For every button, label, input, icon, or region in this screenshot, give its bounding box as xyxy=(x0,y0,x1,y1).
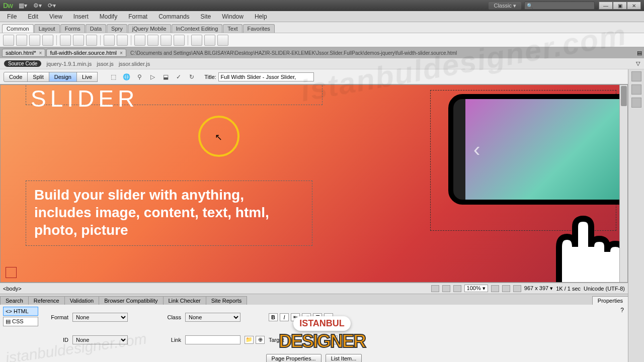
insert-icon[interactable] xyxy=(174,35,185,46)
menu-commands[interactable]: Commands xyxy=(153,12,194,21)
results-tab[interactable]: Browser Compatibility xyxy=(99,296,163,305)
play-icon[interactable]: ▷ xyxy=(147,72,158,82)
insert-tab[interactable]: InContext Editing xyxy=(172,24,223,33)
minimize-button[interactable]: — xyxy=(599,2,613,10)
source-code-button[interactable]: Source Code xyxy=(4,60,41,67)
menu-window[interactable]: Window xyxy=(217,12,249,21)
results-tab[interactable]: Validation xyxy=(64,296,100,305)
refresh-icon[interactable]: ↻ xyxy=(186,72,197,82)
class-select[interactable]: None xyxy=(185,313,240,322)
insert-icon[interactable] xyxy=(29,35,40,46)
close-icon[interactable]: × xyxy=(120,50,123,56)
insert-icon[interactable] xyxy=(104,35,115,46)
insert-icon[interactable] xyxy=(86,35,97,46)
panel-icon[interactable] xyxy=(631,71,641,81)
menu-format[interactable]: Format xyxy=(123,12,152,21)
insert-tab[interactable]: Spry xyxy=(107,24,127,33)
workspace-switcher[interactable]: Classic ▾ xyxy=(489,2,521,10)
vertical-scrollbar[interactable] xyxy=(619,85,627,282)
menu-view[interactable]: View xyxy=(44,12,67,21)
results-tab[interactable]: Link Checker xyxy=(163,296,206,305)
results-tab[interactable]: Search xyxy=(0,296,29,305)
menu-modify[interactable]: Modify xyxy=(95,12,122,21)
select-tool-icon[interactable] xyxy=(442,285,450,292)
globe-icon[interactable]: 🌐 xyxy=(121,72,132,82)
device-icon[interactable] xyxy=(491,285,499,292)
help-icon[interactable]: ? xyxy=(620,307,624,314)
menu-file[interactable]: File xyxy=(2,12,22,21)
split-view-button[interactable]: Split xyxy=(27,72,49,82)
target-select[interactable] xyxy=(287,335,338,344)
insert-icon[interactable] xyxy=(147,35,158,46)
link-folder-icon[interactable]: 📁 xyxy=(245,336,254,344)
point-to-file-icon[interactable]: ⊕ xyxy=(256,336,265,344)
document-tab[interactable]: sablon.html*× xyxy=(2,49,45,57)
menu-insert[interactable]: Insert xyxy=(68,12,94,21)
insert-icon[interactable] xyxy=(117,35,128,46)
css-mode-button[interactable]: ▤ CSS xyxy=(3,317,38,326)
document-tab[interactable]: full-width-slider.source.html× xyxy=(46,49,126,57)
insert-icon[interactable] xyxy=(3,35,14,46)
tag-selector[interactable]: <body> xyxy=(3,286,428,292)
design-view-button[interactable]: Design xyxy=(49,72,77,82)
format-select[interactable]: None xyxy=(72,313,128,322)
search-input[interactable] xyxy=(524,2,595,10)
related-file[interactable]: jssor.js xyxy=(97,61,114,67)
menu-help[interactable]: Help xyxy=(250,12,272,21)
visual-aids-icon[interactable]: ⬓ xyxy=(160,72,171,82)
insert-icon[interactable] xyxy=(134,35,145,46)
live-view-button[interactable]: Live xyxy=(76,72,98,82)
menu-edit[interactable]: Edit xyxy=(23,12,43,21)
insert-tab[interactable]: Layout xyxy=(34,24,60,33)
hand-tool-icon[interactable] xyxy=(431,285,439,292)
check-icon[interactable]: ✓ xyxy=(173,72,184,82)
filter-icon[interactable]: ▽ xyxy=(636,60,640,67)
inspect-icon[interactable]: ⚲ xyxy=(134,72,145,82)
insert-tab[interactable]: Favorites xyxy=(243,24,275,33)
title-input[interactable] xyxy=(218,72,314,81)
insert-icon[interactable] xyxy=(160,35,172,46)
related-file[interactable]: jssor.slider.js xyxy=(119,61,150,67)
insert-icon[interactable] xyxy=(16,35,27,46)
zoom-tool-icon[interactable] xyxy=(453,285,461,292)
layout-icon[interactable]: ▦▾ xyxy=(19,2,27,9)
monitor-icon[interactable] xyxy=(513,285,521,292)
insert-icon[interactable] xyxy=(42,35,53,46)
insert-tab[interactable]: Common xyxy=(2,24,34,33)
indent-icon[interactable]: ⇥ xyxy=(302,313,311,321)
gear-icon[interactable]: ⚙▾ xyxy=(33,2,42,9)
window-size[interactable]: 967 x 397 ▾ xyxy=(524,285,553,292)
properties-tab[interactable]: Properties xyxy=(592,296,628,305)
link-input[interactable] xyxy=(185,335,240,344)
sync-icon[interactable]: ⟳▾ xyxy=(48,2,56,9)
close-icon[interactable]: × xyxy=(39,50,42,56)
results-tab[interactable]: Site Reports xyxy=(206,296,248,305)
panel-icon[interactable] xyxy=(631,84,641,95)
list-item-button[interactable]: List Item... xyxy=(326,354,362,362)
related-file[interactable]: jquery-1.9.1.min.js xyxy=(46,61,92,67)
insert-tab[interactable]: Forms xyxy=(60,24,85,33)
italic-button[interactable]: I xyxy=(280,313,289,321)
maximize-button[interactable]: ▣ xyxy=(613,2,627,10)
insert-icon[interactable] xyxy=(191,35,202,46)
zoom-level[interactable]: 100% ▾ xyxy=(464,285,488,292)
close-button[interactable]: ✕ xyxy=(627,2,641,10)
live-code-icon[interactable]: ⬚ xyxy=(108,72,119,82)
design-canvas[interactable]: SLIDER Build your slider with anything, … xyxy=(0,84,628,283)
bold-button[interactable]: B xyxy=(269,313,278,321)
code-view-button[interactable]: Code xyxy=(4,72,28,82)
results-tab[interactable]: Reference xyxy=(28,296,65,305)
insert-tab[interactable]: Text xyxy=(223,24,242,33)
insert-tab[interactable]: jQuery Mobile xyxy=(128,24,171,33)
insert-icon[interactable] xyxy=(60,35,71,46)
screen-icon[interactable] xyxy=(502,285,510,292)
menu-site[interactable]: Site xyxy=(196,12,216,21)
doc-options-icon[interactable]: ▤ xyxy=(637,50,642,56)
html-mode-button[interactable]: <> HTML xyxy=(3,307,38,316)
ol-icon[interactable]: ≡ xyxy=(324,313,333,321)
id-select[interactable]: None xyxy=(72,335,128,344)
panel-icon[interactable] xyxy=(631,98,641,108)
insert-tab[interactable]: Data xyxy=(86,24,106,33)
insert-icon[interactable] xyxy=(204,35,215,46)
page-properties-button[interactable]: Page Properties... xyxy=(266,354,321,362)
